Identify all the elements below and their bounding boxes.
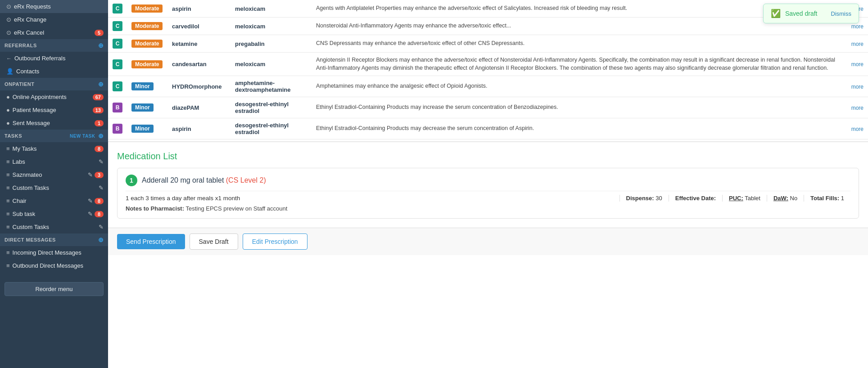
custom-tasks-edit-icon[interactable]: ✎ <box>99 184 104 191</box>
med-daw: DaW: No <box>767 195 804 202</box>
patient-message-icon: ● <box>6 107 10 113</box>
interaction-description: Agents with Antiplatelet Properties may … <box>316 5 627 11</box>
severity-badge: Moderate <box>131 60 163 68</box>
custom-tasks-2-edit-icon[interactable]: ✎ <box>99 224 104 230</box>
referrals-plus-icon[interactable]: ⊕ <box>98 42 104 49</box>
sent-message-icon: ● <box>6 120 10 126</box>
erx-cancel-label: eRx Cancel <box>14 29 95 36</box>
contacts-label: Contacts <box>16 68 104 75</box>
sidebar-item-outbound-referrals[interactable]: ← Outbound Referrals <box>0 52 108 65</box>
saznmateo-label: Saznmateo <box>13 171 88 178</box>
reorder-menu-button[interactable]: Reorder menu <box>5 282 104 296</box>
sidebar-item-sent-message[interactable]: ● Sent Message 1 <box>0 117 108 130</box>
sidebar-item-sub-task[interactable]: ≡ Sub task ✎ 8 <box>0 207 108 220</box>
tasks-plus-icon[interactable]: ⊕ <box>98 132 104 139</box>
notes-label: Notes to Pharmacist: <box>126 205 184 212</box>
med-number: 1 <box>126 175 137 186</box>
sidebar-item-incoming-direct-messages[interactable]: ≡ Incoming Direct Messages <box>0 246 108 259</box>
sidebar-item-erx-requests[interactable]: ⊙ eRx Requests <box>0 0 108 13</box>
med-dispense: Dispense: 30 <box>619 195 669 202</box>
sidebar-item-online-appointments[interactable]: ● Online Appointments 67 <box>0 90 108 103</box>
drug2-name: meloxicam <box>235 5 265 12</box>
erx-change-icon: ⊙ <box>6 16 11 23</box>
custom-tasks-2-label: Custom Tasks <box>13 224 99 230</box>
drug1-name: ketamine <box>172 40 197 47</box>
sidebar-item-contacts[interactable]: 👤 Contacts <box>0 65 108 78</box>
sidebar-item-patient-message[interactable]: ● Patient Message 13 <box>0 103 108 117</box>
dismiss-button[interactable]: Dismiss <box>831 10 852 17</box>
sidebar-item-chair[interactable]: ≡ Chair ✎ 8 <box>0 194 108 207</box>
drug1-name: carvedilol <box>172 23 199 30</box>
sidebar-item-labs[interactable]: ≡ Labs ✎ <box>0 155 108 168</box>
sidebar-item-custom-tasks-2[interactable]: ≡ Custom Tasks ✎ <box>0 220 108 233</box>
my-tasks-label: My Tasks <box>13 145 95 152</box>
my-tasks-icon: ≡ <box>6 145 10 152</box>
more-link[interactable]: more <box>851 41 863 47</box>
table-row: C Moderate ketamine pregabalin CNS Depre… <box>108 35 868 53</box>
sidebar-item-erx-cancel[interactable]: ⊙ eRx Cancel 5 <box>0 26 108 39</box>
labs-edit-icon[interactable]: ✎ <box>99 158 104 165</box>
class-badge: C <box>113 21 122 31</box>
table-row: C Moderate carvedilol meloxicam Nonstero… <box>108 18 868 35</box>
erx-requests-label: eRx Requests <box>14 3 104 10</box>
edit-prescription-button[interactable]: Edit Prescription <box>243 233 307 250</box>
new-task-label[interactable]: NEW TASK <box>70 134 95 139</box>
patient-message-badge: 13 <box>93 107 104 113</box>
incoming-dm-icon: ≡ <box>6 249 10 256</box>
section-onpatient-label: ONPATIENT <box>5 81 34 87</box>
med-dosage: 1 each 3 times a day after meals x1 mont… <box>126 195 619 202</box>
more-link[interactable]: more <box>851 23 863 30</box>
med-effective-date: Effective Date: <box>669 195 722 202</box>
custom-tasks-icon: ≡ <box>6 184 10 191</box>
onpatient-plus-icon[interactable]: ⊕ <box>98 81 104 88</box>
chair-edit-icon[interactable]: ✎ <box>88 197 93 204</box>
erx-cancel-icon: ⊙ <box>6 29 11 36</box>
direct-messages-plus-icon[interactable]: ⊕ <box>98 236 104 243</box>
sub-task-label: Sub task <box>13 211 88 217</box>
sub-task-icon: ≡ <box>6 211 10 217</box>
saznmateo-edit-icon[interactable]: ✎ <box>88 171 93 178</box>
online-appointments-label: Online Appointments <box>13 94 93 100</box>
more-link[interactable]: more <box>851 126 863 132</box>
more-link[interactable]: more <box>851 84 863 90</box>
my-tasks-badge: 8 <box>95 146 104 152</box>
sidebar: ⊙ eRx Requests ⊙ eRx Change ⊙ eRx Cancel… <box>0 0 108 368</box>
sub-task-edit-icon[interactable]: ✎ <box>88 211 93 217</box>
table-row: B Minor aspirin desogestrel-ethinyl estr… <box>108 118 868 139</box>
sidebar-item-outbound-direct-messages[interactable]: ≡ Outbound Direct Messages <box>0 259 108 272</box>
med-details-row: 1 each 3 times a day after meals x1 mont… <box>126 191 850 202</box>
effective-date-label: Effective Date: <box>675 195 716 202</box>
more-link[interactable]: more <box>851 61 863 67</box>
sidebar-item-erx-change[interactable]: ⊙ eRx Change <box>0 13 108 26</box>
interaction-table-wrapper: ✅ Saved draft Dismiss C Moderate aspirin… <box>108 0 868 139</box>
sidebar-item-my-tasks[interactable]: ≡ My Tasks 8 <box>0 142 108 155</box>
send-prescription-button[interactable]: Send Prescription <box>117 234 185 249</box>
erx-change-label: eRx Change <box>14 16 104 23</box>
labs-label: Labs <box>13 158 97 165</box>
saznmateo-badge: 3 <box>95 172 104 178</box>
more-link[interactable]: more <box>851 105 863 111</box>
drug1-name: candesartan <box>172 61 207 67</box>
section-direct-messages-label: DIRECT MESSAGES <box>5 237 56 242</box>
total-fills-label: Total Fills: <box>810 195 839 202</box>
severity-badge: Moderate <box>131 40 163 48</box>
med-name: Adderall 20 mg oral tablet (CS Level 2) <box>142 176 266 184</box>
table-row: C Moderate aspirin meloxicam Agents with… <box>108 0 868 18</box>
med-notes: Notes to Pharmacist: Testing EPCS previe… <box>126 205 850 212</box>
chair-label: Chair <box>13 197 88 204</box>
save-draft-button[interactable]: Save Draft <box>190 233 238 250</box>
class-badge: B <box>113 103 122 112</box>
severity-badge: Minor <box>131 125 154 133</box>
outbound-dm-icon: ≡ <box>6 262 10 269</box>
sidebar-item-custom-tasks[interactable]: ≡ Custom Tasks ✎ <box>0 181 108 194</box>
medication-list-section: Medication List 1 Adderall 20 mg oral ta… <box>108 141 868 228</box>
sidebar-item-saznmateo[interactable]: ≡ Saznmateo ✎ 3 <box>0 168 108 181</box>
medication-list-title: Medication List <box>117 151 859 162</box>
drug2-name: meloxicam <box>235 23 265 30</box>
drug2-name: desogestrel-ethinyl estradiol <box>235 101 289 114</box>
class-badge: C <box>113 59 122 69</box>
section-direct-messages: DIRECT MESSAGES ⊕ <box>0 233 108 246</box>
severity-badge: Minor <box>131 82 154 90</box>
chair-badge: 8 <box>95 198 104 204</box>
sent-message-label: Sent Message <box>13 120 95 126</box>
